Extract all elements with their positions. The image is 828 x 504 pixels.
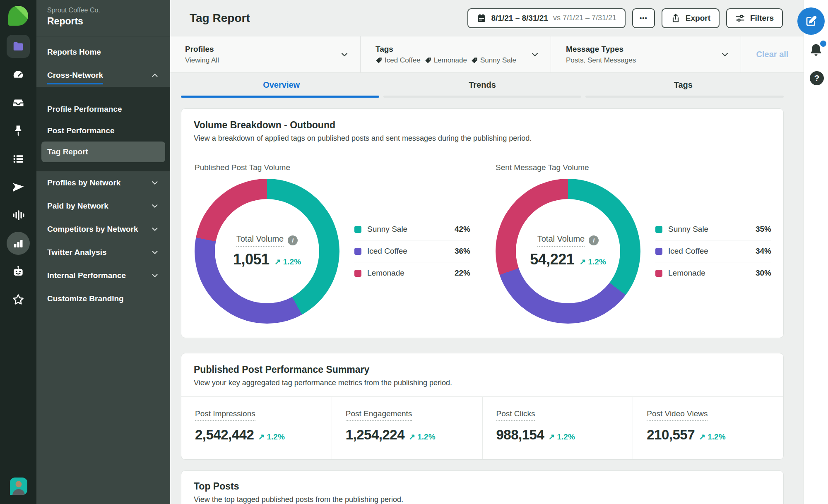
volume-breakdown-card: Volume Breakdown - Outbound View a break… (181, 108, 784, 338)
sidebar-item-post-performance[interactable]: Post Performance (36, 120, 170, 142)
sidebar-item-paid-by-network[interactable]: Paid by Network (36, 194, 170, 218)
trend-indicator: ↗ 1.2% (699, 432, 726, 442)
page-title: Tag Report (190, 12, 250, 25)
tab-overview[interactable]: Overview (181, 80, 382, 96)
date-compare-value: vs 7/1/21 – 7/31/21 (553, 14, 616, 22)
filters-button[interactable]: Filters (726, 8, 783, 28)
legend-item[interactable]: Iced Coffee 36% (354, 240, 470, 262)
top-posts-subtitle: View the top tagged published posts from… (194, 495, 771, 504)
legend-swatch (655, 248, 662, 255)
legend-item[interactable]: Iced Coffee 34% (655, 240, 771, 262)
tab-indicator-track (181, 96, 784, 98)
info-icon[interactable]: i (288, 235, 298, 245)
tag-icon (375, 57, 382, 64)
user-avatar[interactable] (10, 478, 27, 495)
sidebar-item-cross-network[interactable]: Cross-Network (36, 64, 170, 87)
trend-indicator: ↗ 1.2% (548, 432, 575, 442)
more-options-button[interactable]: ••• (632, 8, 655, 28)
sent-message-tag-volume-chart: Sent Message Tag Volume Total Volume i 5… (482, 152, 783, 338)
trend-up-icon: ↗ (548, 432, 555, 441)
calendar-icon (477, 13, 486, 23)
sprout-leaf-logo (8, 6, 28, 26)
trend-up-icon: ↗ (579, 257, 586, 266)
waveform-icon[interactable] (7, 204, 30, 227)
legend-item[interactable]: Lemonade 30% (655, 262, 771, 284)
bot-icon[interactable] (7, 260, 30, 283)
sidebar-item-reports-home[interactable]: Reports Home (36, 41, 170, 64)
legend-item[interactable]: Lemonade 22% (354, 262, 470, 284)
metric-post-engagements[interactable]: Post Engagements 1,254,224 ↗ 1.2% (332, 397, 482, 459)
top-posts-title: Top Posts (194, 481, 771, 492)
filter-bar: Profiles Viewing All Tags Iced Coffee Le… (170, 36, 804, 73)
chart-legend: Sunny Sale 35% Iced Coffee 34% Lemonade (655, 218, 771, 284)
sidebar-item-internal-performance[interactable]: Internal Performance (36, 264, 170, 287)
metric-post-clicks[interactable]: Post Clicks 988,154 ↗ 1.2% (482, 397, 633, 459)
profiles-filter-value: Viewing All (185, 56, 219, 65)
sidebar-header: Sprout Coffee Co. Reports (36, 0, 170, 36)
help-icon[interactable]: ? (810, 71, 824, 85)
export-button[interactable]: Export (662, 8, 720, 28)
date-range-value: 8/1/21 – 8/31/21 (491, 14, 548, 23)
trend-indicator: ↗ 1.2% (258, 432, 285, 442)
notification-dot (820, 41, 826, 47)
metric-post-video-views[interactable]: Post Video Views 210,557 ↗ 1.2% (633, 397, 783, 459)
legend-item[interactable]: Sunny Sale 35% (655, 218, 771, 240)
sidebar-item-tag-report[interactable]: Tag Report (41, 142, 165, 162)
legend-swatch (655, 270, 662, 277)
tags-filter[interactable]: Tags Iced Coffee Lemonade Sunny Sale (361, 36, 551, 72)
trend-up-icon: ↗ (258, 432, 265, 441)
chart-legend: Sunny Sale 42% Iced Coffee 36% Lemonade (354, 218, 470, 284)
tag-chip: Iced Coffee (375, 56, 421, 65)
volume-card-subtitle: View a breakdown of applied tags on publ… (194, 134, 771, 143)
tab-indicator-active (181, 96, 379, 98)
top-posts-card: Top Posts View the top tagged published … (181, 470, 784, 504)
total-volume-label: Total Volume (236, 234, 284, 247)
trend-up-icon: ↗ (699, 432, 705, 441)
tab-trends[interactable]: Trends (382, 80, 582, 96)
sidebar-item-twitter-analysis[interactable]: Twitter Analysis (36, 241, 170, 264)
report-tabs: Overview Trends Tags (181, 73, 784, 96)
bar-chart-icon[interactable] (7, 232, 30, 255)
summary-card-title: Published Post Performance Summary (194, 364, 771, 375)
trend-indicator: ↗ 1.2% (409, 432, 436, 442)
chevron-down-icon (720, 50, 730, 60)
total-volume-value: 54,221 (530, 251, 574, 268)
main-area: Tag Report 8/1/21 – 8/31/21 vs 7/1/21 – … (170, 0, 804, 504)
inbox-icon[interactable] (7, 91, 30, 114)
list-icon[interactable] (7, 147, 30, 170)
compose-button[interactable] (797, 7, 825, 35)
trend-indicator: ↗ 1.2% (274, 257, 301, 266)
topbar: Tag Report 8/1/21 – 8/31/21 vs 7/1/21 – … (170, 0, 804, 36)
clear-all-button[interactable]: Clear all (741, 36, 804, 72)
legend-swatch (354, 270, 361, 277)
donut-chart-sent-messages[interactable]: Total Volume i 54,221 ↗ 1.2% (496, 179, 640, 324)
chevron-down-icon (150, 202, 159, 211)
legend-swatch (655, 226, 662, 233)
notifications-bell-icon[interactable] (808, 42, 825, 59)
pin-icon[interactable] (7, 119, 30, 142)
date-range-button[interactable]: 8/1/21 – 8/31/21 vs 7/1/21 – 7/31/21 (467, 8, 626, 28)
speedometer-icon[interactable] (7, 63, 30, 86)
tag-icon (471, 57, 478, 64)
chevron-up-icon (150, 71, 159, 80)
published-post-tag-volume-chart: Published Post Tag Volume Total Volume i… (181, 152, 482, 338)
trend-indicator: ↗ 1.2% (579, 257, 606, 266)
sidebar-item-profiles-by-network[interactable]: Profiles by Network (36, 171, 170, 194)
profiles-filter[interactable]: Profiles Viewing All (170, 36, 361, 72)
sidebar-item-customize-branding[interactable]: Customize Branding (36, 287, 170, 310)
chevron-down-icon (150, 225, 159, 234)
tab-tags[interactable]: Tags (583, 80, 784, 96)
metric-post-impressions[interactable]: Post Impressions 2,542,442 ↗ 1.2% (181, 397, 332, 459)
donut-chart-published-posts[interactable]: Total Volume i 1,051 ↗ 1.2% (195, 179, 339, 324)
sidebar-item-profile-performance[interactable]: Profile Performance (36, 98, 170, 120)
sidebar-item-competitors-by-network[interactable]: Competitors by Network (36, 218, 170, 241)
send-icon[interactable] (7, 175, 30, 199)
star-icon[interactable] (7, 288, 30, 311)
folder-icon[interactable] (7, 35, 30, 58)
legend-item[interactable]: Sunny Sale 42% (354, 218, 470, 240)
tag-chip: Sunny Sale (471, 56, 516, 65)
reports-sidebar: Sprout Coffee Co. Reports Reports Home C… (36, 0, 170, 504)
message-types-filter[interactable]: Message Types Posts, Sent Messages (551, 36, 741, 72)
info-icon[interactable]: i (589, 235, 599, 245)
total-volume-value: 1,051 (233, 251, 270, 268)
